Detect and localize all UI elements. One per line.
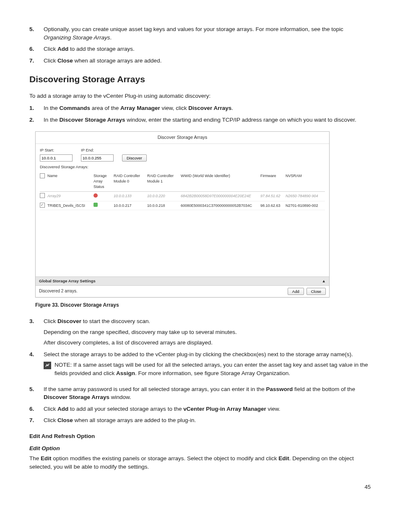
status-ok-icon [94, 203, 98, 207]
text: Optionally, you can create unique asset … [44, 26, 343, 32]
close-button[interactable]: Close [306, 288, 326, 295]
text: Click [44, 417, 57, 423]
cell-nvsram: N2701-810890-002 [286, 203, 323, 209]
ip-start-field: IP Start: [40, 147, 73, 162]
top-steps-list: 5. Optionally, you can create unique ass… [29, 25, 371, 65]
bold-term: Edit [41, 455, 52, 462]
bold-term: Assign [116, 370, 135, 376]
select-all-checkbox[interactable] [40, 173, 45, 178]
edit-option-heading: Edit Option [29, 444, 371, 453]
step-text: Select the storage arrays to be added to… [44, 350, 371, 359]
step-body: In the Commands area of the Array Manage… [44, 104, 371, 112]
table-row[interactable]: Array29 10.0.0.133 10.0.0.220 6842B2B000… [40, 192, 325, 201]
text: Click [44, 57, 57, 64]
cell-nvsram: N2650-784890-904 [286, 193, 323, 199]
text: In the [44, 117, 60, 123]
text: . For more information, see figure Stora… [135, 370, 290, 376]
text: In the [44, 105, 60, 111]
col-nvsram: NVSRAM [286, 173, 323, 190]
step-number: 7. [29, 57, 44, 65]
step-5: 5. Optionally, you can create unique ass… [29, 25, 371, 42]
text: . [231, 105, 233, 111]
dialog-title: Discover Storage Arrays [36, 132, 329, 144]
discovered-arrays-label: Discovered Storage Arrays: [40, 164, 325, 170]
cell-name: Array29 [47, 193, 94, 199]
global-settings-band[interactable]: Global Storage Array Settings ▲ [36, 276, 329, 286]
step-number: 3. [29, 317, 44, 347]
text: window. [109, 394, 131, 400]
intro-paragraph: To add a storage array to the vCenter Pl… [29, 92, 371, 100]
cell-fw: 98.10.62.63 [260, 203, 286, 209]
note-block: NOTE: If a same asset tags will be used … [44, 361, 371, 377]
step-number: 4. [29, 350, 44, 382]
step-6b: 6. Click Add to add all your selected st… [29, 405, 371, 413]
text: Click [44, 406, 57, 412]
cell-fw: 97.84.51.62 [260, 193, 286, 199]
text: The [29, 455, 41, 462]
step-6: 6. Click Add to add the storage arrays. [29, 45, 371, 53]
row-checkbox[interactable] [40, 203, 45, 208]
step-number: 1. [29, 104, 44, 112]
ip-start-input[interactable] [40, 154, 73, 162]
step-number: 6. [29, 45, 44, 53]
col-name: Name [47, 173, 94, 190]
step-7: 7. Click Close when all storage arrays a… [29, 57, 371, 65]
step-3: 3. Click Discover to start the discovery… [29, 317, 371, 347]
discover-button[interactable]: Discover [122, 154, 147, 162]
status-text: Discovered 2 arrays. [39, 288, 78, 295]
step-5b: 5. If the same array password is used fo… [29, 385, 371, 402]
cell-m0: 10.0.0.133 [114, 193, 147, 199]
ip-end-input[interactable] [81, 154, 114, 162]
step-body: Optionally, you can create unique asset … [44, 25, 371, 42]
step-number: 6. [29, 405, 44, 413]
topic-link: Organizing Storage Arrays [44, 34, 110, 41]
bold-term: Password [266, 386, 293, 392]
ip-end-label: IP End: [81, 147, 114, 153]
text: Click [44, 46, 57, 52]
text: window, enter the starting and ending TC… [125, 117, 356, 123]
bold-term: vCenter Plug-in Array Manager [183, 406, 266, 412]
ip-row: IP Start: IP End: Discover [40, 147, 325, 162]
bold-term: Add [57, 406, 68, 412]
status-bad-icon [94, 193, 98, 198]
text: to add the storage arrays. [68, 46, 135, 52]
bold-term: Commands [60, 105, 91, 111]
collapse-icon[interactable]: ▲ [322, 278, 326, 284]
sub-line: After discovery completes, a list of dis… [44, 339, 371, 347]
cell-name: TRIBES_Devils_iSCSI [47, 203, 94, 209]
text: Click [44, 318, 57, 324]
col-wwid: WWID (World Wide Identifier) [181, 173, 260, 190]
row-checkbox[interactable] [40, 193, 45, 198]
table-row[interactable]: TRIBES_Devils_iSCSI 10.0.0.217 10.0.0.21… [40, 201, 325, 210]
dialog-footer: Discovered 2 arrays. Add Close [36, 286, 329, 297]
bold-term: Close [57, 417, 73, 423]
table-header: Name Storage Array Status RAID Controlle… [40, 172, 325, 192]
text: when all storage arrays are added to the… [73, 417, 196, 423]
section-heading: Discovering Storage Arrays [29, 73, 371, 86]
add-button[interactable]: Add [288, 288, 304, 295]
step-number: 5. [29, 25, 44, 42]
cell-m0: 10.0.0.217 [114, 203, 147, 209]
cell-status [94, 203, 114, 209]
edit-refresh-heading: Edit And Refresh Option [29, 432, 371, 441]
cell-m1: 10.0.0.218 [147, 203, 181, 209]
bold-term: Discover Arrays [188, 105, 231, 111]
bold-term: Discover Storage Arrays [44, 394, 109, 400]
step-body: Click Discover to start the discovery sc… [44, 317, 371, 347]
step-body: Select the storage arrays to be added to… [44, 350, 371, 382]
discover-btn-wrap: Discover [122, 147, 147, 162]
ip-end-field: IP End: [81, 147, 114, 162]
step-number: 7. [29, 416, 44, 425]
ip-start-label: IP Start: [40, 147, 73, 153]
text: . [110, 34, 112, 41]
cell-wwid: 60080E5000341C3700000000052B7034C [181, 203, 260, 209]
col-m0: RAID Controller Module 0 [114, 173, 147, 190]
bold-term: Edit [278, 455, 289, 462]
step-body: Click Close when all storage arrays are … [44, 57, 371, 65]
text: option modifies the existing panels or s… [52, 455, 279, 462]
cell-status [94, 193, 114, 199]
bold-term: Add [57, 46, 68, 52]
bold-term: Discover [57, 318, 81, 324]
discover-steps-1-2: 1. In the Commands area of the Array Man… [29, 104, 371, 124]
col-fw: Firmware [260, 173, 286, 190]
